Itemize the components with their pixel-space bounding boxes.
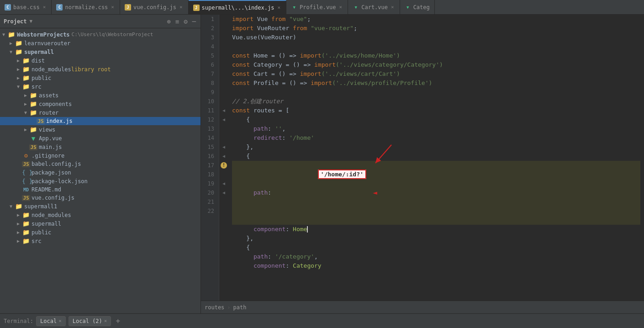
tab-supermall-index-js[interactable]: J supermall\...\index.js × [189, 0, 287, 14]
tab-close-profile[interactable]: × [338, 4, 343, 10]
tab-label: Cart.vue [361, 4, 388, 11]
breadcrumb-path: path [233, 304, 247, 311]
tree-item-views[interactable]: ▶ 📁 views [0, 125, 201, 134]
tree-label: public [32, 229, 51, 236]
tree-item-webstormprojects[interactable]: ▼ 📁 WebstormProjects C:\Users\lq\Webstor… [0, 30, 201, 39]
folder-icon: 📁 [15, 203, 23, 210]
tree-label: public [32, 75, 51, 81]
tree-item-index-js[interactable]: JS index.js [0, 117, 201, 125]
tab-base-css[interactable]: C base.css × [0, 0, 52, 14]
tab-close-supermall-index[interactable]: × [276, 5, 281, 11]
json-file-icon: { } [22, 169, 30, 176]
tree-item-package-lock[interactable]: { } package-lock.json [0, 177, 201, 185]
fold-icon-15[interactable]: ◀ [219, 143, 228, 152]
tree-item-components[interactable]: ▶ 📁 components [0, 100, 201, 108]
vue-file-icon: ▼ [29, 135, 37, 142]
code-line-11: const routes = [ [232, 106, 640, 115]
fold-icon-12[interactable]: ◀ [219, 115, 228, 124]
tree-item-node-modules1[interactable]: ▶ 📁 node_modules [0, 211, 201, 219]
tab-close-cart[interactable]: × [390, 4, 395, 10]
tree-item-assets[interactable]: ▶ 📁 assets [0, 91, 201, 100]
line-numbers: 1 2 3 4 5 6 7 8 9 10 11 12 13 14 15 16 1… [201, 15, 219, 301]
tree-label: App.vue [39, 135, 62, 142]
code-line-4 [232, 42, 640, 51]
code-line-5: const Home = () => import('../views/home… [232, 51, 640, 60]
tree-item-package-json[interactable]: { } package.json [0, 168, 201, 177]
code-area[interactable]: import Vue from "vue"; import VueRouter … [228, 15, 644, 301]
highlighted-path: '/home/:id?' [318, 169, 366, 179]
tree-item-main-js[interactable]: JS main.js [0, 143, 201, 151]
tree-item-node-modules[interactable]: ▶ 📁 node_modules library root [0, 65, 201, 74]
tab-close-vue-config[interactable]: × [179, 4, 184, 10]
terminal-bar: Terminal: Local × Local (2) × + [0, 313, 644, 328]
tree-item-readme[interactable]: MD README.md [0, 185, 201, 194]
tree-label: views [39, 127, 55, 133]
terminal-tab-close[interactable]: × [58, 318, 62, 324]
tree-label: src [32, 84, 42, 90]
tree-item-app-vue[interactable]: ▼ App.vue [0, 134, 201, 143]
arrow-icon: ▼ [7, 49, 15, 54]
settings-icon[interactable]: ⚙ [183, 17, 188, 26]
tree-label: .gitignore [32, 153, 64, 159]
tab-label: Categ [413, 4, 430, 11]
tree-item-public1[interactable]: ▶ 📁 public [0, 228, 201, 237]
add-content-icon[interactable]: ⊕ [166, 17, 171, 26]
tree-item-supermall1[interactable]: ▼ 📁 supermall1 [0, 202, 201, 211]
tree-item-supermall-sub[interactable]: ▶ 📁 supermall [0, 219, 201, 228]
gutter-icons: ◀ ◀ ◀ ◀ ! ◀ ◀ [219, 15, 228, 301]
code-line-8: const Profile = () => import('../views/p… [232, 79, 640, 88]
folder-icon: 📁 [22, 66, 30, 73]
arrow-icon: ▶ [22, 93, 29, 98]
tree-item-dist[interactable]: ▶ 📁 dist [0, 56, 201, 65]
fold-icon-16[interactable]: ◀ [219, 152, 228, 161]
vue-icon: ▼ [291, 4, 297, 11]
terminal-add-button[interactable]: + [114, 317, 122, 325]
arrow-icon: ▶ [7, 41, 15, 46]
js-file-icon: JS [29, 144, 37, 150]
folder-icon: 📁 [22, 229, 30, 236]
code-line-14: redirect: '/home' [232, 133, 640, 143]
terminal-label: Terminal: [4, 318, 33, 324]
status-bar: routes › path [201, 301, 644, 313]
tab-profile-vue[interactable]: ▼ Profile.vue × [286, 0, 348, 14]
tab-vue-config-js[interactable]: J vue.config.js × [120, 0, 189, 14]
arrow-icon: ▼ [22, 110, 29, 115]
tree-item-src[interactable]: ▼ 📁 src [0, 82, 201, 91]
terminal-tab-local[interactable]: Local × [36, 316, 66, 326]
fold-icon-20[interactable]: ◀ [219, 188, 228, 197]
css-icon: C [56, 4, 63, 11]
vue-icon: ▼ [353, 4, 359, 11]
collapse-icon[interactable]: ≡ [174, 17, 180, 26]
tab-close-normalize-css[interactable]: × [110, 4, 115, 10]
json-file-icon: { } [22, 178, 30, 185]
tab-label: normalize.css [65, 4, 108, 11]
fold-icon-11[interactable]: ◀ [219, 106, 228, 115]
arrow-icon: ▶ [15, 230, 22, 235]
code-line-20: { [232, 243, 640, 252]
terminal-tab-local2[interactable]: Local (2) × [69, 316, 111, 326]
tab-cart-vue[interactable]: ▼ Cart.vue × [348, 0, 400, 14]
code-line-9 [232, 88, 640, 97]
tree-label: package-lock.json [32, 178, 88, 185]
code-line-1: import Vue from "vue"; [232, 15, 640, 24]
fold-icon-19[interactable]: ◀ [219, 179, 228, 188]
minimize-icon[interactable]: ─ [191, 17, 197, 26]
tree-item-vue-config[interactable]: JS vue.config.js [0, 194, 201, 202]
tree-item-src1[interactable]: ▶ 📁 src [0, 237, 201, 245]
tree-item-supermall[interactable]: ▼ 📁 supermall [0, 48, 201, 56]
tab-close-base-css[interactable]: × [42, 4, 47, 10]
folder-icon: 📁 [22, 212, 30, 218]
tree-item-router[interactable]: ▼ 📁 router [0, 108, 201, 117]
code-line-3: Vue.use(VueRouter) [232, 33, 640, 42]
tab-normalize-css[interactable]: C normalize.css × [52, 0, 120, 14]
terminal-tab-close2[interactable]: × [104, 318, 107, 324]
code-line-12: { [232, 115, 640, 124]
tree-item-babel-config[interactable]: JS babel.config.js [0, 160, 201, 168]
tree-item-public[interactable]: ▶ 📁 public [0, 74, 201, 82]
tree-label: supermall1 [24, 203, 57, 210]
tree-item-learnvuerouter[interactable]: ▶ 📁 learnvuerouter [0, 39, 201, 48]
tree-item-gitignore[interactable]: ⚙ .gitignore [0, 151, 201, 160]
tab-categ[interactable]: ▼ Categ [400, 0, 435, 14]
folder-icon: 📁 [22, 220, 30, 227]
code-line-10: // 2.创建router [232, 97, 640, 106]
